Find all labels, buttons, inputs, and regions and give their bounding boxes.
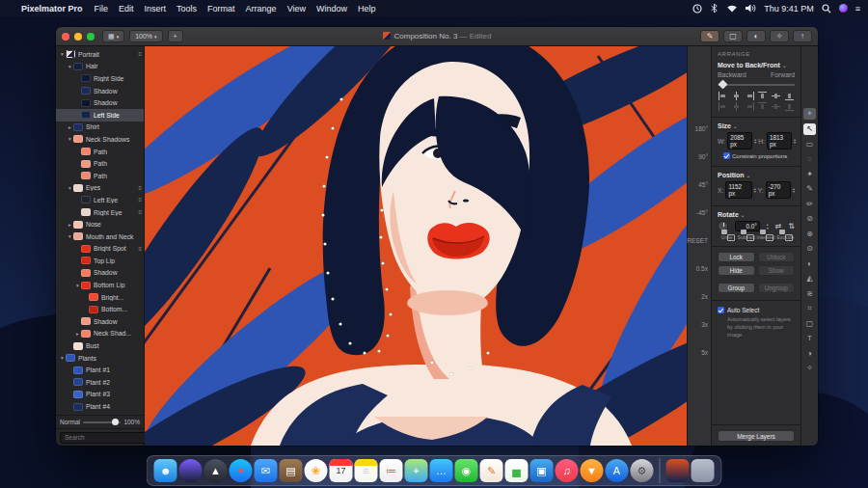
- pen-tool[interactable]: ✎: [803, 183, 816, 195]
- layer-row[interactable]: ▸Neck Shad...: [56, 328, 144, 340]
- align-right-icon[interactable]: [746, 92, 754, 100]
- maps-icon[interactable]: ⌖: [405, 459, 428, 482]
- blur-tool[interactable]: ◐: [803, 258, 816, 269]
- contacts-icon[interactable]: ▤: [280, 459, 303, 482]
- menu-insert[interactable]: Insert: [145, 4, 167, 14]
- fullscreen-window-button[interactable]: [87, 33, 95, 41]
- siri-icon[interactable]: [179, 459, 203, 482]
- angle-field[interactable]: 0.0°: [735, 221, 760, 231]
- angle-stepper[interactable]: ▴▾: [767, 223, 769, 230]
- volume-icon[interactable]: [746, 4, 756, 13]
- layer-row[interactable]: Shadow: [56, 315, 144, 328]
- distribute-bottom-icon[interactable]: [785, 102, 794, 111]
- distribute-left-icon[interactable]: [719, 102, 727, 111]
- opacity-slider[interactable]: [83, 421, 121, 423]
- layer-row[interactable]: Shadow: [56, 267, 144, 280]
- trash-icon[interactable]: [692, 459, 715, 482]
- x-stepper[interactable]: ▴▾: [754, 187, 756, 194]
- heal-tool[interactable]: ⊕: [803, 228, 816, 239]
- x-field[interactable]: 1152 px: [725, 181, 751, 199]
- menu-window[interactable]: Window: [316, 4, 347, 14]
- messages-icon[interactable]: …: [430, 459, 453, 482]
- zoom-level-button[interactable]: 100%▾: [129, 30, 162, 42]
- layer-row[interactable]: ▸Shirt: [56, 122, 144, 134]
- close-window-button[interactable]: [62, 33, 69, 41]
- width-stepper[interactable]: ▴▾: [754, 138, 756, 145]
- align-left-icon[interactable]: [719, 92, 727, 100]
- clone-tool[interactable]: ⊙: [803, 243, 816, 255]
- status-clock-icon[interactable]: [692, 4, 702, 14]
- mail-icon[interactable]: ✉: [255, 459, 278, 482]
- layer-row[interactable]: Plant #2: [56, 376, 144, 389]
- layer-row[interactable]: Shadow: [56, 85, 144, 97]
- layer-row[interactable]: Bright Spot≡: [56, 243, 144, 256]
- disclosure-triangle[interactable]: ▾: [59, 51, 66, 57]
- notification-center-icon[interactable]: ≡: [855, 4, 860, 14]
- show-button[interactable]: Show: [758, 265, 796, 276]
- distribute-top-icon[interactable]: [758, 102, 767, 111]
- menu-arrange[interactable]: Arrange: [246, 4, 277, 14]
- status-bluetooth-icon[interactable]: [710, 4, 719, 13]
- layer-row[interactable]: Path: [56, 146, 144, 158]
- notes-icon[interactable]: ≡: [355, 459, 378, 482]
- disclosure-triangle[interactable]: ▾: [67, 136, 73, 142]
- unlock-button[interactable]: Unlock: [758, 252, 796, 262]
- title-bar[interactable]: ▦▾ 100%▾ + Composition No. 3 — Edited ✎▢…: [56, 27, 818, 46]
- align-hcenter-icon[interactable]: [732, 92, 741, 100]
- align-top-icon[interactable]: [758, 92, 767, 100]
- subtract-button[interactable]: Subtract: [737, 234, 755, 240]
- layer-row[interactable]: Shadow: [56, 96, 144, 109]
- numbers-icon[interactable]: ▅: [505, 459, 529, 482]
- intersect-button[interactable]: Intersect: [757, 234, 775, 240]
- minimize-window-button[interactable]: [74, 33, 82, 41]
- layer-row[interactable]: Bottom...: [56, 303, 144, 315]
- menu-format[interactable]: Format: [207, 4, 235, 14]
- layer-row[interactable]: ▾Eyes≡: [56, 182, 144, 195]
- siri-icon[interactable]: [839, 4, 848, 13]
- layer-row[interactable]: ▾Hair: [56, 61, 144, 73]
- layer-row[interactable]: ▾Mouth and Neck: [56, 230, 144, 243]
- rect-select-tool[interactable]: ▭: [803, 138, 816, 149]
- align-bottom-icon[interactable]: [785, 92, 794, 100]
- move-section-title[interactable]: Move to Back/Front ⌄: [718, 62, 795, 68]
- layer-row[interactable]: Bright...: [56, 291, 144, 304]
- exclude-button[interactable]: Exclude: [776, 234, 795, 240]
- keynote-icon[interactable]: ▣: [530, 459, 554, 482]
- canvas[interactable]: [145, 46, 687, 446]
- layer-row[interactable]: Plant #1: [56, 364, 144, 376]
- disclosure-triangle[interactable]: ▸: [67, 222, 73, 228]
- disclosure-triangle[interactable]: ▾: [67, 64, 73, 69]
- layer-row[interactable]: Plant #3: [56, 389, 144, 401]
- wifi-icon[interactable]: [726, 4, 738, 13]
- disclosure-triangle[interactable]: ▾: [67, 185, 73, 191]
- books-icon[interactable]: ▼: [581, 459, 604, 482]
- depth-slider[interactable]: [718, 84, 795, 86]
- layer-row[interactable]: Path: [56, 170, 144, 182]
- menu-file[interactable]: File: [95, 4, 109, 14]
- launchpad-icon[interactable]: ▲: [204, 459, 228, 482]
- layer-row[interactable]: Left Side: [56, 109, 144, 122]
- merge-layers-button[interactable]: Merge Layers: [718, 430, 795, 442]
- group-button[interactable]: Group: [718, 283, 755, 293]
- layer-row[interactable]: Bust: [56, 339, 144, 352]
- shapes-button[interactable]: ▢: [723, 30, 743, 42]
- safari-icon[interactable]: ✦: [230, 459, 253, 482]
- hide-button[interactable]: Hide: [718, 265, 755, 276]
- layer-row[interactable]: ▾Portrait≡: [56, 48, 144, 61]
- paint-tools-button[interactable]: ✎: [700, 30, 719, 42]
- freehand-select-tool[interactable]: ◌: [803, 153, 816, 165]
- align-vcenter-icon[interactable]: [772, 92, 780, 100]
- auto-select-checkbox[interactable]: [718, 307, 724, 313]
- position-section-title[interactable]: Position ⌄: [718, 172, 795, 178]
- layer-row[interactable]: Plant #4: [56, 400, 144, 413]
- menu-tools[interactable]: Tools: [176, 4, 197, 14]
- color-adjustments-tool[interactable]: ◑: [803, 347, 816, 359]
- export-button[interactable]: ↑: [793, 30, 812, 42]
- height-stepper[interactable]: ▴▾: [794, 138, 796, 145]
- y-stepper[interactable]: ▴▾: [793, 187, 795, 194]
- height-field[interactable]: 1813 px: [767, 132, 792, 149]
- disclosure-triangle[interactable]: ▸: [74, 331, 81, 337]
- crop-tool[interactable]: ⌗: [803, 303, 816, 314]
- menu-help[interactable]: Help: [358, 4, 376, 14]
- layer-row[interactable]: ▾Neck Shadows: [56, 133, 144, 146]
